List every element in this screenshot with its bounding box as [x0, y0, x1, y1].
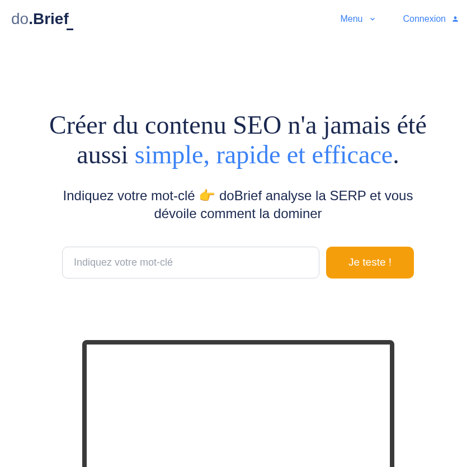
nav: Menu Connexion	[340, 14, 459, 24]
user-icon	[451, 15, 459, 23]
logo[interactable]: do.Brief	[11, 10, 69, 28]
connexion-label: Connexion	[403, 14, 446, 24]
test-button[interactable]: Je teste !	[326, 247, 414, 279]
hero: Créer du contenu SEO n'a jamais été auss…	[0, 38, 476, 467]
logo-prefix: do	[11, 10, 29, 28]
header: do.Brief Menu Connexion	[0, 0, 476, 38]
preview-frame	[82, 340, 394, 467]
search-form: Je teste !	[51, 247, 426, 279]
connexion-button[interactable]: Connexion	[403, 14, 460, 24]
logo-main: .Brief	[29, 10, 69, 28]
chevron-down-icon	[369, 15, 376, 23]
hero-title-highlight: simple, rapide et efficace	[135, 140, 393, 169]
menu-button[interactable]: Menu	[340, 14, 376, 24]
menu-label: Menu	[340, 14, 362, 24]
hero-subtitle: Indiquez votre mot-clé 👉 doBrief analyse…	[48, 187, 428, 223]
preview-inner	[90, 348, 387, 466]
keyword-input[interactable]	[62, 247, 319, 279]
hero-title: Créer du contenu SEO n'a jamais été auss…	[26, 111, 451, 170]
hero-title-part2: .	[393, 140, 399, 169]
